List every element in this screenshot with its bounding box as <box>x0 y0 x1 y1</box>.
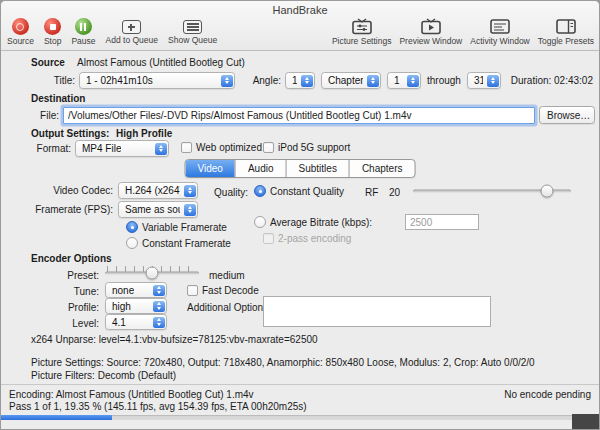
picture-settings-button[interactable]: Picture Settings <box>332 18 392 46</box>
quality-slider[interactable] <box>413 183 571 199</box>
level-popup[interactable]: 4.1 <box>105 314 167 330</box>
average-bitrate-input[interactable] <box>405 214 479 230</box>
activity-window-button[interactable]: Activity Window <box>470 18 530 46</box>
output-preset-name: High Profile <box>116 128 172 139</box>
window-resize-corner[interactable] <box>572 414 599 429</box>
title-popup[interactable]: 1 - 02h41m10s <box>79 72 235 89</box>
x264-unparse-text: x264 Unparse: level=4.1:vbv-bufsize=7812… <box>31 334 318 346</box>
picture-filters-summary: Picture Filters: Decomb (Default) <box>31 370 176 382</box>
preview-window-label: Preview Window <box>399 36 462 46</box>
tune-value: none <box>112 285 134 296</box>
picture-settings-summary: Picture Settings: Source: 720x480, Outpu… <box>31 357 535 369</box>
format-label: Format: <box>29 143 71 155</box>
duration-label: Duration: <box>511 75 552 86</box>
chapter-end-popup[interactable]: 31 <box>467 72 501 89</box>
chapter-start-value: 1 <box>394 75 400 86</box>
popup-arrows-icon <box>155 143 167 155</box>
variable-framerate-label: Variable Framerate <box>142 222 227 233</box>
average-bitrate-label: Average Bitrate (kbps): <box>270 217 372 228</box>
popup-arrows-icon <box>367 75 379 87</box>
file-label: File: <box>31 110 59 122</box>
progress-fill <box>1 415 112 420</box>
profile-popup[interactable]: high <box>105 298 167 314</box>
two-pass-label: 2-pass encoding <box>278 233 351 244</box>
format-popup[interactable]: MP4 File <box>75 140 169 157</box>
file-input[interactable] <box>63 107 535 124</box>
ipod-support-checkbox[interactable]: iPod 5G support <box>263 142 350 153</box>
queue-status-text: No encode pending <box>504 389 591 401</box>
show-queue-icon <box>183 20 202 34</box>
popup-arrows-icon <box>221 75 233 87</box>
variable-framerate-radio[interactable]: Variable Framerate <box>126 221 227 233</box>
browse-button[interactable]: Browse… <box>539 106 595 124</box>
video-codec-popup[interactable]: H.264 (x264) <box>118 182 198 199</box>
angle-label: Angle: <box>245 75 281 87</box>
source-name: Almost Famous (Untitled Bootleg Cut) <box>77 57 245 69</box>
title-popup-value: 1 - 02h41m10s <box>86 75 153 86</box>
range-type-popup[interactable]: Chapters <box>321 72 381 89</box>
video-codec-label: Video Codec: <box>21 185 113 197</box>
toggle-presets-label: Toggle Presets <box>538 36 594 46</box>
source-button[interactable]: Source <box>7 18 34 46</box>
preset-slider[interactable] <box>105 265 199 280</box>
preview-window-button[interactable]: Preview Window <box>399 18 462 46</box>
checkbox-icon <box>181 142 192 153</box>
two-pass-checkbox[interactable]: 2-pass encoding <box>263 233 351 244</box>
stop-button-label: Stop <box>44 36 62 46</box>
show-queue-button[interactable]: Show Queue <box>168 18 217 45</box>
handbrake-window: HandBrake Source Stop Pause Add to Queue <box>0 0 600 430</box>
framerate-value: Same as source <box>125 204 180 215</box>
popup-arrows-icon <box>301 75 313 87</box>
encoder-options-header: Encoder Options <box>31 253 112 265</box>
preset-value: medium <box>209 270 245 282</box>
radio-selected-icon <box>126 221 138 233</box>
statusbar-divider <box>1 384 599 385</box>
constant-quality-radio[interactable]: Constant Quality <box>254 185 344 197</box>
toggle-presets-button[interactable]: Toggle Presets <box>538 18 594 46</box>
titlebar: HandBrake <box>1 4 599 16</box>
tab-video[interactable]: Video <box>186 160 236 177</box>
radio-selected-icon <box>254 185 266 197</box>
through-label: through <box>427 75 461 87</box>
tune-popup[interactable]: none <box>105 282 167 298</box>
stop-button[interactable]: Stop <box>44 18 62 46</box>
chapter-end-value: 31 <box>474 75 483 86</box>
radio-icon <box>254 216 266 228</box>
add-to-queue-button[interactable]: Add to Queue <box>106 18 158 45</box>
constant-quality-label: Constant Quality <box>270 186 344 197</box>
level-label: Level: <box>21 318 99 330</box>
web-optimized-label: Web optimized <box>196 142 262 153</box>
additional-options-input[interactable] <box>263 296 491 327</box>
pause-button[interactable]: Pause <box>71 18 95 46</box>
framerate-popup[interactable]: Same as source <box>118 201 198 218</box>
popup-arrows-icon <box>184 185 196 197</box>
source-icon <box>12 18 29 35</box>
tab-chapters[interactable]: Chapters <box>350 160 415 177</box>
web-optimized-checkbox[interactable]: Web optimized <box>181 142 262 153</box>
tab-audio[interactable]: Audio <box>236 160 287 177</box>
rf-value: 20 <box>389 187 400 199</box>
constant-framerate-label: Constant Framerate <box>142 238 231 249</box>
video-codec-value: H.264 (x264) <box>125 185 180 196</box>
chapter-start-popup[interactable]: 1 <box>387 72 421 89</box>
average-bitrate-radio[interactable]: Average Bitrate (kbps): <box>254 216 372 228</box>
quality-label: Quality: <box>206 187 248 199</box>
fast-decode-checkbox[interactable]: Fast Decode <box>187 285 259 296</box>
encode-progress-bar <box>1 415 575 420</box>
picture-settings-label: Picture Settings <box>332 36 392 46</box>
tab-subtitles[interactable]: Subtitles <box>287 160 350 177</box>
settings-tabs: Video Audio Subtitles Chapters <box>185 159 416 178</box>
checkbox-icon <box>263 233 274 244</box>
window-title: HandBrake <box>272 4 327 16</box>
slider-thumb[interactable] <box>146 266 159 279</box>
slider-thumb[interactable] <box>541 185 554 198</box>
toggle-presets-icon <box>556 18 576 35</box>
encode-progress-text: Pass 1 of 1, 19.35 % (145.11 fps, avg 15… <box>9 401 307 413</box>
level-value: 4.1 <box>112 317 126 328</box>
angle-popup[interactable]: 1 <box>285 72 315 89</box>
activity-window-label: Activity Window <box>470 36 530 46</box>
preset-label: Preset: <box>21 270 99 282</box>
window-chrome: HandBrake Source Stop Pause Add to Queue <box>1 1 599 51</box>
activity-window-icon <box>490 18 510 35</box>
constant-framerate-radio[interactable]: Constant Framerate <box>126 237 231 249</box>
